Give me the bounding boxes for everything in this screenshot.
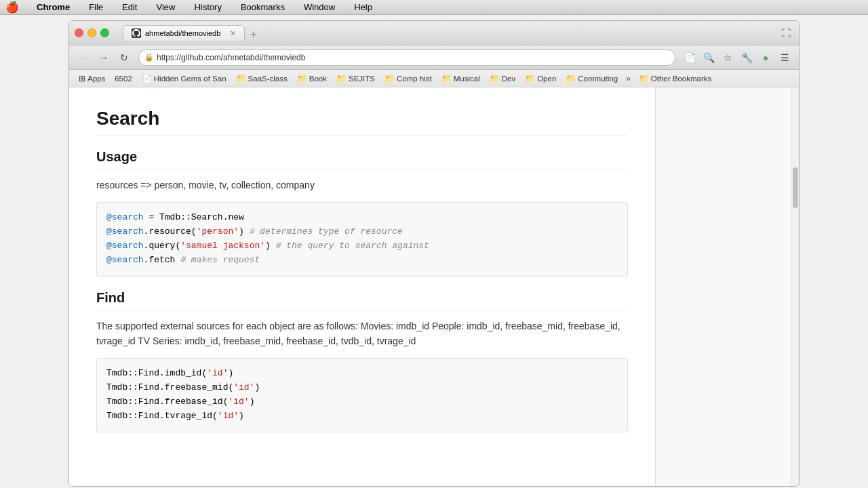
bookmark-musical-label: Musical: [454, 75, 480, 83]
search-button[interactable]: 🔍: [700, 49, 717, 66]
close-button[interactable]: [75, 28, 83, 37]
window-controls: [75, 28, 109, 37]
find-text: The supported external sources for each …: [96, 319, 628, 349]
sejits-folder-icon: 📁: [336, 74, 347, 83]
bookmark-commuting-label: Commuting: [578, 75, 618, 83]
scrollbar-thumb[interactable]: [793, 167, 798, 208]
tab-bar: ahmetabdi/themoviedb ✕ +: [123, 25, 745, 41]
scrollbar[interactable]: [791, 87, 799, 487]
back-button[interactable]: ←: [75, 49, 92, 66]
code2-line2: Tmdb::Find.freebase_mid('id'): [106, 382, 260, 392]
bookmark-open[interactable]: 📁 Open: [521, 73, 560, 85]
code2-line1: Tmdb::Find.imdb_id('id'): [106, 368, 233, 378]
page-content: Search Usage resources => person, movie,…: [69, 87, 655, 487]
security-icon: 🔒: [144, 53, 154, 62]
more-bookmarks-button[interactable]: »: [623, 73, 633, 85]
code1-kw3: @search: [106, 241, 144, 251]
code1-str1: 'person': [197, 226, 239, 237]
commuting-folder-icon: 📁: [566, 74, 576, 83]
open-folder-icon: 📁: [525, 74, 535, 83]
bookmark-hidden-gems-label: Hidden Gems of San: [154, 75, 226, 83]
usage-heading: Usage: [96, 149, 628, 169]
code1-kw1: @search: [106, 212, 144, 222]
url-text: https://github.com/ahmetabdi/themoviedb: [157, 53, 669, 62]
menu-button[interactable]: ☰: [776, 49, 793, 66]
code2-line3: Tmdb::Find.freebase_id('id'): [106, 396, 254, 407]
nav-icons: 📄 🔍 ☆ 🔧 ● ☰: [681, 49, 793, 66]
menu-chrome[interactable]: Chrome: [33, 1, 74, 14]
hidden-gems-folder-icon: 📄: [142, 74, 152, 83]
title-bar: ahmetabdi/themoviedb ✕ + ⛶: [69, 21, 799, 45]
bookmark-other[interactable]: 📁 Other Bookmarks: [635, 73, 715, 85]
bookmark-apps[interactable]: ⊞ Apps: [75, 73, 109, 85]
bookmark-apps-label: Apps: [87, 75, 105, 83]
bookmark-musical[interactable]: 📁 Musical: [437, 73, 484, 85]
code-block-2: Tmdb::Find.imdb_id('id') Tmdb::Find.free…: [96, 358, 628, 432]
profile-button[interactable]: ●: [757, 49, 774, 66]
menu-file[interactable]: File: [85, 1, 107, 14]
bookmark-dev[interactable]: 📁 Dev: [486, 73, 519, 85]
menu-help[interactable]: Help: [350, 1, 376, 14]
code1-str2: 'samuel jackson': [180, 241, 265, 251]
menu-window[interactable]: Window: [300, 1, 339, 14]
apple-logo: 🍎: [5, 1, 19, 14]
code1-cm1: # determines type of resource: [250, 226, 403, 237]
find-heading: Find: [96, 290, 628, 310]
bookmark-6502[interactable]: 6502: [111, 73, 136, 84]
menu-view[interactable]: View: [152, 1, 179, 14]
address-bar[interactable]: 🔒 https://github.com/ahmetabdi/themovied…: [138, 49, 675, 66]
bookmark-commuting[interactable]: 📁 Commuting: [561, 73, 622, 85]
page-actions-button[interactable]: 📄: [681, 49, 698, 66]
code1-cm3: # makes request: [180, 255, 260, 265]
content-area: Search Usage resources => person, movie,…: [69, 87, 799, 487]
other-folder-icon: 📁: [639, 74, 649, 83]
mac-menu-bar: 🍎 Chrome File Edit View History Bookmark…: [0, 0, 868, 15]
right-panel: [655, 87, 791, 487]
bookmark-sejits[interactable]: 📁 SEJITS: [332, 73, 379, 85]
menu-bookmarks[interactable]: Bookmarks: [237, 1, 289, 14]
maximize-button[interactable]: [100, 28, 109, 37]
chrome-window: ahmetabdi/themoviedb ✕ + ⛶ ← → ↻ 🔒 https…: [68, 20, 800, 487]
active-tab[interactable]: ahmetabdi/themoviedb ✕: [123, 25, 245, 41]
bookmark-saas-class-label: SaaS-class: [248, 75, 288, 83]
bookmark-6502-label: 6502: [115, 75, 132, 83]
fullscreen-button[interactable]: ⛶: [781, 28, 791, 39]
nav-bar: ← → ↻ 🔒 https://github.com/ahmetabdi/the…: [69, 45, 799, 70]
bookmark-book-label: Book: [309, 75, 327, 83]
menu-edit[interactable]: Edit: [118, 1, 141, 14]
forward-button[interactable]: →: [95, 49, 113, 66]
search-heading: Search: [96, 108, 628, 136]
bookmark-button[interactable]: ☆: [719, 49, 736, 66]
new-tab-button[interactable]: +: [245, 28, 262, 41]
musical-folder-icon: 📁: [441, 74, 452, 83]
code2-line4: Tmdb::Find.tvrage_id('id'): [106, 411, 244, 421]
usage-text: resources => person, movie, tv, collecti…: [96, 178, 628, 192]
code1-kw2: @search: [106, 226, 144, 237]
tab-title: ahmetabdi/themoviedb: [145, 29, 226, 37]
bookmark-dev-label: Dev: [502, 75, 515, 83]
reload-button[interactable]: ↻: [115, 49, 133, 66]
tab-close-button[interactable]: ✕: [230, 29, 236, 38]
bookmark-hidden-gems[interactable]: 📄 Hidden Gems of San: [138, 73, 231, 85]
code-block-1: @search = Tmdb::Search.new @search.resou…: [96, 202, 628, 276]
dev-folder-icon: 📁: [490, 74, 500, 83]
extensions-button[interactable]: 🔧: [738, 49, 755, 66]
apps-icon: ⊞: [79, 74, 85, 83]
bookmark-book[interactable]: 📁 Book: [293, 73, 331, 85]
menu-history[interactable]: History: [190, 1, 225, 14]
tab-favicon: [132, 28, 141, 38]
code1-kw4: @search: [106, 255, 144, 265]
bookmark-sejits-label: SEJITS: [349, 75, 375, 83]
book-folder-icon: 📁: [297, 74, 307, 83]
bookmark-comp-hist-label: Comp hist: [397, 75, 432, 83]
comp-hist-folder-icon: 📁: [384, 74, 395, 83]
bookmark-other-label: Other Bookmarks: [651, 75, 711, 83]
bookmarks-bar: ⊞ Apps 6502 📄 Hidden Gems of San 📁 SaaS-…: [69, 70, 799, 87]
saas-class-folder-icon: 📁: [236, 74, 246, 83]
bookmark-comp-hist[interactable]: 📁 Comp hist: [380, 73, 436, 85]
code1-cm2: # the query to search against: [276, 241, 429, 251]
minimize-button[interactable]: [87, 28, 96, 37]
bookmark-saas-class[interactable]: 📁 SaaS-class: [232, 73, 292, 85]
bookmark-open-label: Open: [537, 75, 556, 83]
